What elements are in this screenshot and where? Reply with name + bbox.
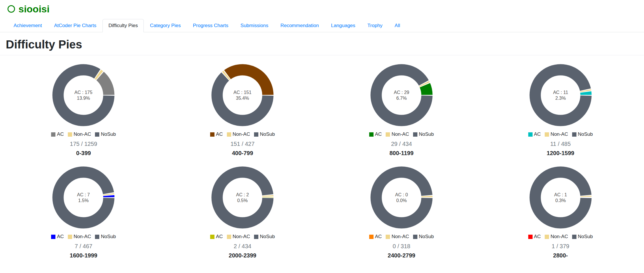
legend-label-non-ac: Non-AC — [550, 234, 568, 240]
legend-swatch-ac — [51, 235, 55, 239]
pie-legend: AC Non-AC NoSub — [49, 234, 118, 240]
legend-swatch-ac — [51, 132, 55, 137]
pie-segment-nosub[interactable] — [535, 70, 586, 121]
legend-swatch-non-ac — [386, 235, 390, 239]
legend-item-nosub: NoSub — [413, 234, 434, 240]
donut-chart: AC : 15135.4% — [210, 63, 275, 127]
tab-trophy[interactable]: Trophy — [361, 19, 389, 32]
tab-atcoder-pie-charts[interactable]: AtCoder Pie Charts — [48, 19, 102, 32]
legend-swatch-nosub — [95, 132, 99, 137]
legend-item-nosub: NoSub — [254, 234, 275, 240]
pie-center-percent: 1.5% — [78, 198, 89, 203]
legend-item-ac: AC — [51, 234, 64, 240]
legend-swatch-nosub — [413, 235, 417, 239]
legend-label-ac: AC — [375, 234, 382, 240]
solved-count: 7 / 467 — [75, 243, 92, 250]
legend-swatch-non-ac — [545, 132, 549, 137]
user-color-circle-icon — [8, 5, 15, 13]
legend-item-non-ac: Non-AC — [545, 131, 568, 137]
pie-segment-nosub[interactable] — [376, 70, 427, 121]
difficulty-range-title: 800-1199 — [389, 150, 413, 157]
pie-segment-nosub[interactable] — [535, 172, 586, 223]
pie-segment-nosub[interactable] — [58, 172, 109, 223]
legend-item-ac: AC — [51, 131, 64, 137]
tab-label: All — [395, 23, 400, 28]
pie-segment-non-ac[interactable] — [424, 84, 425, 84]
legend-label-non-ac: Non-AC — [74, 131, 91, 137]
legend-label-ac: AC — [57, 234, 64, 240]
legend-label-nosub: NoSub — [578, 234, 593, 240]
legend-label-nosub: NoSub — [260, 234, 275, 240]
pie-legend: AC Non-AC NoSub — [49, 131, 118, 137]
legend-swatch-nosub — [572, 132, 576, 137]
page-title: Difficulty Pies — [0, 38, 644, 51]
tab-label: Category Pies — [150, 23, 181, 28]
pie-segment-nosub[interactable] — [217, 172, 268, 223]
pie-segment-nosub[interactable] — [376, 172, 427, 223]
solved-count: 2 / 434 — [234, 243, 251, 250]
tab-progress-charts[interactable]: Progress Charts — [187, 19, 234, 32]
pie-legend: AC Non-AC NoSub — [208, 234, 277, 240]
tab-submissions[interactable]: Submissions — [234, 19, 274, 32]
difficulty-range-title: 400-799 — [232, 150, 253, 157]
tab-achievement[interactable]: Achievement — [8, 19, 48, 32]
legend-item-nosub: NoSub — [572, 131, 593, 137]
legend-swatch-ac — [369, 235, 374, 239]
legend-item-ac: AC — [369, 234, 382, 240]
pie-segment-non-ac[interactable] — [98, 74, 100, 76]
pie-segment-ac[interactable] — [425, 85, 427, 95]
legend-swatch-nosub — [254, 132, 258, 137]
pie-segment-ac[interactable] — [586, 92, 586, 95]
pie-center-ac-count: AC : 151 — [234, 90, 251, 95]
legend-item-ac: AC — [369, 131, 382, 137]
difficulty-pie-card: AC : 15135.4% AC Non-AC NoSub 151 / 427 … — [163, 63, 322, 157]
solved-count: 175 / 1259 — [70, 141, 97, 147]
pie-legend: AC Non-AC NoSub — [526, 131, 595, 137]
donut-chart: AC : 296.7% — [369, 63, 434, 127]
legend-label-non-ac: Non-AC — [391, 234, 409, 240]
legend-label-ac: AC — [216, 131, 223, 137]
legend-item-nosub: NoSub — [572, 234, 593, 240]
donut-chart: AC : 20.5% — [210, 165, 275, 230]
pie-legend: AC Non-AC NoSub — [367, 131, 436, 137]
difficulty-range-title: 2800- — [553, 252, 568, 259]
legend-label-ac: AC — [375, 131, 382, 137]
tab-label: Difficulty Pies — [109, 23, 138, 28]
divider — [0, 55, 644, 55]
legend-swatch-ac — [528, 235, 533, 239]
legend-label-nosub: NoSub — [101, 234, 116, 240]
legend-label-non-ac: Non-AC — [391, 131, 409, 137]
difficulty-range-title: 0-399 — [76, 150, 91, 157]
legend-swatch-nosub — [254, 235, 258, 239]
username: siooisi — [18, 4, 50, 14]
tab-label: AtCoder Pie Charts — [54, 23, 96, 28]
solved-count: 29 / 434 — [391, 141, 412, 147]
legend-item-nosub: NoSub — [95, 131, 116, 137]
pie-center-ac-count: AC : 1 — [554, 192, 567, 197]
legend-item-non-ac: Non-AC — [386, 234, 409, 240]
legend-swatch-non-ac — [386, 132, 390, 137]
tab-label: Recommendation — [280, 23, 319, 28]
tab-category-pies[interactable]: Category Pies — [144, 19, 187, 32]
pie-segment-non-ac[interactable] — [226, 75, 227, 76]
solved-count: 151 / 427 — [230, 141, 254, 147]
difficulty-pie-card: AC : 296.7% AC Non-AC NoSub 29 / 434 800… — [322, 63, 481, 157]
tab-difficulty-pies[interactable]: Difficulty Pies — [102, 19, 144, 32]
tab-all[interactable]: All — [389, 19, 406, 32]
pie-segment-non-ac[interactable] — [585, 90, 586, 91]
legend-label-non-ac: Non-AC — [550, 131, 568, 137]
pie-segment-ac[interactable] — [100, 76, 109, 95]
tab-recommendation[interactable]: Recommendation — [274, 19, 325, 32]
legend-swatch-ac — [210, 235, 214, 239]
tab-languages[interactable]: Languages — [325, 19, 361, 32]
legend-swatch-nosub — [572, 235, 576, 239]
legend-label-ac: AC — [534, 234, 541, 240]
difficulty-range-title: 1200-1599 — [547, 150, 574, 157]
legend-label-ac: AC — [216, 234, 223, 240]
pie-center-percent: 13.9% — [77, 96, 90, 101]
legend-label-nosub: NoSub — [260, 131, 275, 137]
legend-swatch-nosub — [95, 235, 99, 239]
tab-bar: AchievementAtCoder Pie ChartsDifficulty … — [0, 19, 644, 32]
legend-item-nosub: NoSub — [413, 131, 434, 137]
legend-item-non-ac: Non-AC — [68, 131, 91, 137]
